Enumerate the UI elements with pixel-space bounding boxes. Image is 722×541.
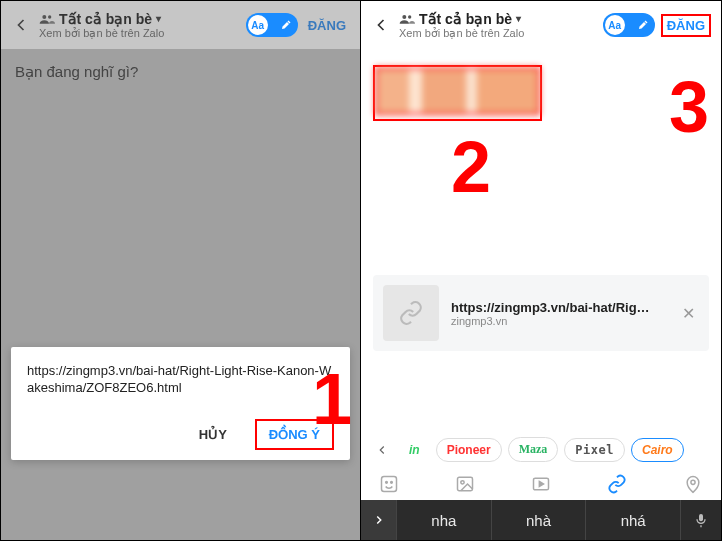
font-chip-row: in Pioneer Maza Pixel Cairo bbox=[361, 429, 721, 470]
header-title-block[interactable]: Tất cả bạn bè ▾ Xem bởi bạn bè trên Zalo bbox=[399, 11, 595, 40]
video-icon[interactable] bbox=[531, 474, 551, 494]
svg-point-1 bbox=[48, 15, 51, 18]
header: Tất cả bạn bè ▾ Xem bởi bạn bè trên Zalo… bbox=[361, 1, 721, 49]
font-chip-cairo[interactable]: Cairo bbox=[631, 438, 684, 462]
screenshot-right: Tất cả bạn bè ▾ Xem bởi bạn bè trên Zalo… bbox=[361, 1, 721, 540]
font-chip-in[interactable]: in bbox=[399, 439, 430, 461]
audience-title: Tất cả bạn bè bbox=[59, 11, 152, 27]
sticker-icon[interactable] bbox=[379, 474, 399, 494]
composer-placeholder: Bạn đang nghĩ gì? bbox=[15, 63, 346, 81]
link-domain: zingmp3.vn bbox=[451, 315, 666, 327]
audience-subtitle: Xem bởi bạn bè trên Zalo bbox=[399, 27, 595, 40]
redacted-text-box bbox=[373, 65, 542, 121]
screenshot-left: Tất cả bạn bè ▾ Xem bởi bạn bè trên Zalo… bbox=[1, 1, 361, 540]
audience-title: Tất cả bạn bè bbox=[419, 11, 512, 27]
svg-rect-4 bbox=[382, 477, 397, 492]
link-preview-card: https://zingmp3.vn/bai-hat/Rig… zingmp3.… bbox=[373, 275, 709, 351]
svg-point-5 bbox=[386, 482, 388, 484]
chevron-left-icon[interactable] bbox=[371, 439, 393, 461]
dialog-url-text: https://zingmp3.vn/bai-hat/Right-Light-R… bbox=[27, 363, 334, 397]
aa-icon: Aa bbox=[248, 15, 268, 35]
annotation-1: 1 bbox=[312, 363, 352, 435]
audience-subtitle: Xem bởi bạn bè trên Zalo bbox=[39, 27, 238, 40]
keyboard-expand-button[interactable] bbox=[361, 500, 397, 540]
font-chip-pioneer[interactable]: Pioneer bbox=[436, 438, 502, 462]
cancel-button[interactable]: HỦY bbox=[199, 427, 227, 442]
svg-rect-7 bbox=[458, 477, 473, 490]
remove-link-button[interactable]: ✕ bbox=[678, 304, 699, 323]
composer-area[interactable]: Bạn đang nghĩ gì? bbox=[1, 49, 360, 95]
post-button[interactable]: ĐĂNG bbox=[661, 14, 711, 37]
keyboard-suggestion[interactable]: nhá bbox=[586, 500, 681, 540]
image-icon[interactable] bbox=[455, 474, 475, 494]
svg-point-2 bbox=[402, 15, 406, 19]
brush-icon bbox=[637, 19, 649, 31]
font-chip-pixel[interactable]: Pixel bbox=[564, 438, 625, 462]
keyboard-suggestion[interactable]: nha bbox=[397, 500, 492, 540]
composer-toolbar bbox=[361, 470, 721, 500]
caret-down-icon: ▾ bbox=[156, 13, 161, 25]
header-actions: Aa ĐĂNG bbox=[603, 13, 711, 37]
aa-icon: Aa bbox=[605, 15, 625, 35]
composer-area[interactable]: 2 3 https://zingmp3.vn/bai-hat/Rig… zing… bbox=[361, 49, 721, 429]
brush-icon bbox=[280, 19, 292, 31]
svg-point-3 bbox=[408, 15, 411, 18]
link-icon[interactable] bbox=[607, 474, 627, 494]
header-title-block[interactable]: Tất cả bạn bè ▾ Xem bởi bạn bè trên Zalo bbox=[39, 11, 238, 40]
annotation-3: 3 bbox=[669, 71, 709, 143]
link-thumb-icon bbox=[383, 285, 439, 341]
post-button[interactable]: ĐĂNG bbox=[304, 16, 350, 35]
keyboard-mic-icon[interactable] bbox=[681, 512, 721, 528]
back-icon[interactable] bbox=[371, 15, 391, 35]
keyboard-suggestion-bar: nha nhà nhá bbox=[361, 500, 721, 540]
svg-point-10 bbox=[691, 480, 695, 484]
svg-point-6 bbox=[391, 482, 393, 484]
caret-down-icon: ▾ bbox=[516, 13, 521, 25]
header-actions: Aa ĐĂNG bbox=[246, 13, 350, 37]
annotation-2: 2 bbox=[451, 131, 491, 203]
keyboard-suggestion[interactable]: nhà bbox=[492, 500, 587, 540]
location-icon[interactable] bbox=[683, 474, 703, 494]
format-toggle[interactable]: Aa bbox=[246, 13, 298, 37]
back-icon[interactable] bbox=[11, 15, 31, 35]
link-title: https://zingmp3.vn/bai-hat/Rig… bbox=[451, 300, 666, 315]
svg-point-8 bbox=[461, 481, 464, 484]
people-icon bbox=[39, 13, 55, 25]
font-chip-maza[interactable]: Maza bbox=[508, 437, 559, 462]
header: Tất cả bạn bè ▾ Xem bởi bạn bè trên Zalo… bbox=[1, 1, 360, 49]
people-icon bbox=[399, 13, 415, 25]
format-toggle[interactable]: Aa bbox=[603, 13, 655, 37]
paste-url-dialog: https://zingmp3.vn/bai-hat/Right-Light-R… bbox=[11, 347, 350, 460]
svg-point-0 bbox=[42, 15, 46, 19]
